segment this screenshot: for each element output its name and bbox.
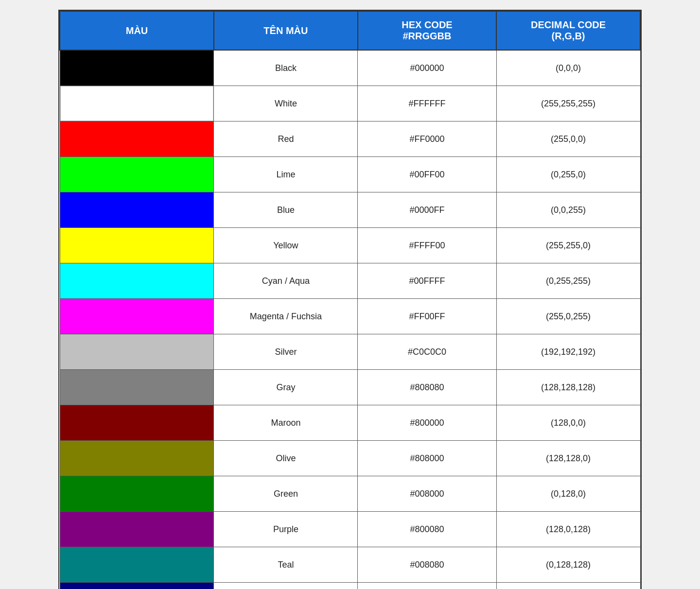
color-name-red: Red [214, 121, 358, 157]
color-decimal-white: (255,255,255) [496, 86, 640, 121]
color-swatch-red [60, 121, 214, 156]
table-row: Black#000000(0,0,0) [60, 50, 640, 86]
color-name-yellow: Yellow [214, 228, 358, 263]
color-name-purple: Purple [214, 512, 358, 547]
color-hex-olive: #808000 [358, 441, 496, 476]
table-row: Navy#000080(0,0,128) [60, 583, 640, 589]
color-decimal-olive: (128,128,0) [496, 441, 640, 476]
color-hex-green: #008000 [358, 476, 496, 512]
table-row: Magenta / Fuchsia#FF00FF(255,0,255) [60, 299, 640, 334]
color-table-container: MÀU TÊN MÀU HEX CODE#RRGGBB DECIMAL CODE… [58, 10, 642, 589]
color-swatch-cell-gray [60, 370, 214, 405]
table-row: Teal#008080(0,128,128) [60, 547, 640, 583]
header-hex: HEX CODE#RRGGBB [358, 11, 496, 50]
table-row: White#FFFFFF(255,255,255) [60, 86, 640, 121]
color-swatch-olive [60, 441, 214, 476]
table-row: Silver#C0C0C0(192,192,192) [60, 334, 640, 370]
table-row: Lime#00FF00(0,255,0) [60, 157, 640, 192]
color-decimal-lime: (0,255,0) [496, 157, 640, 192]
color-swatch-black [60, 51, 214, 86]
color-swatch-cell-blue [60, 192, 214, 228]
color-swatch-blue [60, 192, 214, 227]
color-decimal-yellow: (255,255,0) [496, 228, 640, 263]
table-row: Cyan / Aqua#00FFFF(0,255,255) [60, 263, 640, 299]
color-name-navy: Navy [214, 583, 358, 589]
color-decimal-black: (0,0,0) [496, 50, 640, 86]
color-decimal-purple: (128,0,128) [496, 512, 640, 547]
color-swatch-cell-lime [60, 157, 214, 192]
color-swatch-navy [60, 583, 214, 589]
color-swatch-green [60, 476, 214, 511]
color-name-silver: Silver [214, 334, 358, 370]
color-hex-white: #FFFFFF [358, 86, 496, 121]
color-swatch-cell-black [60, 50, 214, 86]
color-swatch-yellow [60, 228, 214, 263]
color-hex-cyan: #00FFFF [358, 263, 496, 299]
color-decimal-blue: (0,0,255) [496, 192, 640, 228]
color-swatch-gray [60, 370, 214, 405]
table-row: Blue#0000FF(0,0,255) [60, 192, 640, 228]
color-swatch-cell-red [60, 121, 214, 157]
color-swatch-cell-silver [60, 334, 214, 370]
header-name: TÊN MÀU [214, 11, 358, 50]
table-row: Yellow#FFFF00(255,255,0) [60, 228, 640, 263]
color-hex-magenta: #FF00FF [358, 299, 496, 334]
color-hex-gray: #808080 [358, 370, 496, 405]
color-decimal-silver: (192,192,192) [496, 334, 640, 370]
header-color: MÀU [60, 11, 214, 50]
color-decimal-magenta: (255,0,255) [496, 299, 640, 334]
color-name-magenta: Magenta / Fuchsia [214, 299, 358, 334]
color-hex-lime: #00FF00 [358, 157, 496, 192]
color-swatch-white [60, 86, 214, 121]
color-swatch-cell-magenta [60, 299, 214, 334]
color-decimal-maroon: (128,0,0) [496, 405, 640, 441]
color-swatch-cell-navy [60, 583, 214, 589]
color-swatch-cell-white [60, 86, 214, 121]
color-name-teal: Teal [214, 547, 358, 583]
color-decimal-navy: (0,0,128) [496, 583, 640, 589]
color-name-lime: Lime [214, 157, 358, 192]
color-swatch-silver [60, 334, 214, 369]
color-name-white: White [214, 86, 358, 121]
color-hex-navy: #000080 [358, 583, 496, 589]
color-hex-black: #000000 [358, 50, 496, 86]
color-swatch-cell-teal [60, 547, 214, 583]
table-header-row: MÀU TÊN MÀU HEX CODE#RRGGBB DECIMAL CODE… [60, 11, 640, 50]
color-swatch-teal [60, 547, 214, 582]
table-row: Green#008000(0,128,0) [60, 476, 640, 512]
color-swatch-cell-olive [60, 441, 214, 476]
color-decimal-green: (0,128,0) [496, 476, 640, 512]
color-swatch-magenta [60, 299, 214, 334]
color-name-green: Green [214, 476, 358, 512]
color-name-blue: Blue [214, 192, 358, 228]
header-decimal: DECIMAL CODE(R,G,B) [496, 11, 640, 50]
color-hex-silver: #C0C0C0 [358, 334, 496, 370]
color-swatch-cyan [60, 263, 214, 298]
color-name-olive: Olive [214, 441, 358, 476]
table-row: Maroon#800000(128,0,0) [60, 405, 640, 441]
color-swatch-cell-green [60, 476, 214, 512]
color-table: MÀU TÊN MÀU HEX CODE#RRGGBB DECIMAL CODE… [59, 11, 641, 589]
table-row: Red#FF0000(255,0,0) [60, 121, 640, 157]
color-hex-blue: #0000FF [358, 192, 496, 228]
color-swatch-cell-cyan [60, 263, 214, 299]
color-name-cyan: Cyan / Aqua [214, 263, 358, 299]
color-name-black: Black [214, 50, 358, 86]
color-hex-teal: #008080 [358, 547, 496, 583]
color-hex-maroon: #800000 [358, 405, 496, 441]
color-swatch-maroon [60, 405, 214, 440]
color-swatch-cell-maroon [60, 405, 214, 441]
table-row: Olive#808000(128,128,0) [60, 441, 640, 476]
color-name-maroon: Maroon [214, 405, 358, 441]
color-decimal-teal: (0,128,128) [496, 547, 640, 583]
color-name-gray: Gray [214, 370, 358, 405]
color-decimal-cyan: (0,255,255) [496, 263, 640, 299]
table-row: Gray#808080(128,128,128) [60, 370, 640, 405]
color-swatch-cell-purple [60, 512, 214, 547]
color-hex-purple: #800080 [358, 512, 496, 547]
color-hex-yellow: #FFFF00 [358, 228, 496, 263]
color-decimal-gray: (128,128,128) [496, 370, 640, 405]
color-swatch-lime [60, 157, 214, 192]
color-swatch-purple [60, 512, 214, 547]
color-hex-red: #FF0000 [358, 121, 496, 157]
